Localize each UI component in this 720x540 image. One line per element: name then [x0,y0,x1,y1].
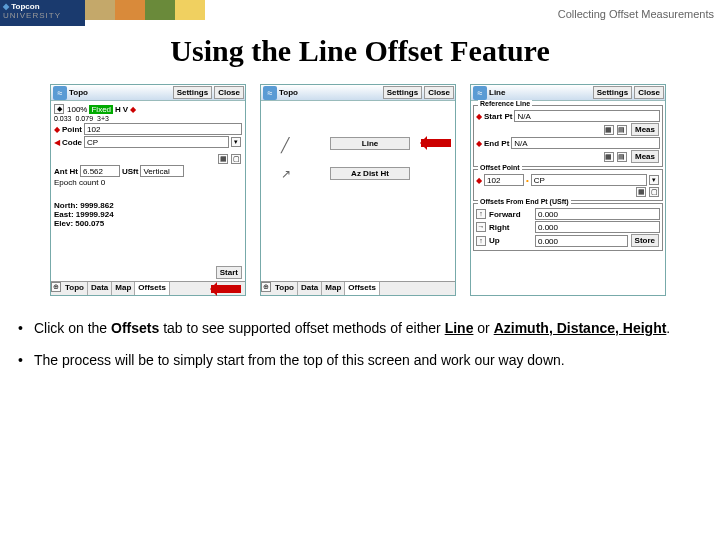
tab-offsets[interactable]: Offsets [135,282,170,295]
screenshot-2: Topo Settings Close ╱ Line ↗ Az Dist Ht … [260,84,456,296]
reference-line-group: Reference Line ◆Start Pt N/A ▦ ▤ Meas ◆E… [473,105,663,167]
tab-topo[interactable]: Topo [62,282,88,295]
right-field[interactable]: 0.000 [535,221,660,233]
code-field[interactable]: CP [84,136,229,148]
tab-offsets[interactable]: Offsets [345,282,380,295]
fwd-icon: ↑ [476,209,486,219]
offset-point-group: Offset Point ◆ 102 • CP ▾ ▦ ▢ [473,169,663,201]
close-button[interactable]: Close [424,86,454,99]
page-title: Using the Line Offset Feature [0,34,720,68]
view-icon[interactable]: ⊕ [261,282,271,292]
up-field[interactable]: 0.000 [535,235,628,247]
arrow-indicator-icon [211,285,241,293]
settings-button[interactable]: Settings [173,86,213,99]
right-icon: → [476,222,486,232]
bullet-1: • Click on the Offsets tab to see suppor… [18,320,702,336]
tab-data[interactable]: Data [88,282,112,295]
line-glyph-icon: ╱ [281,137,289,153]
up-icon: ↑ [476,236,486,246]
bullet-list: • Click on the Offsets tab to see suppor… [18,320,702,384]
offset-code-field[interactable]: CP [531,174,647,186]
antht-field[interactable]: 6.562 [80,165,120,177]
map-icon[interactable]: ▦ [604,125,614,135]
layers-icon[interactable]: ▦ [218,154,228,164]
endpt-field[interactable]: N/A [511,137,660,149]
tab-data[interactable]: Data [298,282,322,295]
close-button[interactable]: Close [634,86,664,99]
view-icon[interactable]: ⊕ [51,282,61,292]
startpt-field[interactable]: N/A [514,110,660,122]
logo: ◆ Topcon UNIVERSITY [0,0,85,26]
app-icon [473,86,487,100]
arrow-indicator-icon [421,139,451,147]
gps-icon: ◆ [54,104,64,114]
screenshot-1: Topo Settings Close ◆ 100% Fixed H V ◆ 0… [50,84,246,296]
list-icon[interactable]: ▤ [617,152,627,162]
vertical-select[interactable]: Vertical [140,165,184,177]
point-field[interactable]: 102 [84,123,242,135]
app-icon [53,86,67,100]
window-title: Topo [69,88,172,97]
az-glyph-icon: ↗ [281,167,291,181]
meas-button[interactable]: Meas [631,123,659,136]
close-button[interactable]: Close [214,86,244,99]
tab-topo[interactable]: Topo [272,282,298,295]
breadcrumb: Collecting Offset Measurements [558,8,714,20]
settings-button[interactable]: Settings [383,86,423,99]
camera-icon[interactable]: ▢ [231,154,241,164]
list-icon[interactable]: ▾ [231,137,241,147]
layers-icon[interactable]: ▦ [636,187,646,197]
offset-pt-field[interactable]: 102 [484,174,524,186]
start-button[interactable]: Start [216,266,242,279]
azdistht-option[interactable]: Az Dist Ht [330,167,410,180]
list-icon[interactable]: ▤ [617,125,627,135]
camera-icon[interactable]: ▢ [649,187,659,197]
line-option[interactable]: Line [330,137,410,150]
map-icon[interactable]: ▦ [604,152,614,162]
color-strip [85,0,235,20]
offsets-group: Offsets From End Pt (USft) ↑Forward0.000… [473,203,663,251]
tab-map[interactable]: Map [112,282,135,295]
dropdown-icon[interactable]: ▾ [649,175,659,185]
screenshot-3: Line Settings Close Reference Line ◆Star… [470,84,666,296]
store-button[interactable]: Store [631,234,659,247]
app-icon [263,86,277,100]
settings-button[interactable]: Settings [593,86,633,99]
meas-button[interactable]: Meas [631,150,659,163]
fwd-field[interactable]: 0.000 [535,208,660,220]
bullet-2: • The process will be to simply start fr… [18,352,702,368]
tab-map[interactable]: Map [322,282,345,295]
